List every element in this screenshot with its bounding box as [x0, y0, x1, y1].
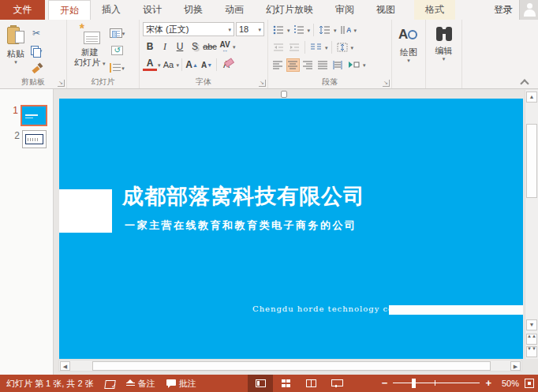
increase-indent-button[interactable] [287, 40, 301, 54]
slide-subtitle[interactable]: 一家主营在线教育和教育类电子商务的公司 [125, 218, 357, 233]
zoom-out-button[interactable]: − [382, 379, 388, 387]
tab-design[interactable]: 设计 [132, 0, 173, 20]
thumbnail-slide-2[interactable]: 2 [10, 130, 47, 148]
spell-check-button[interactable] [105, 379, 115, 388]
slideshow-view-button[interactable] [323, 375, 349, 392]
paste-dropdown-icon[interactable]: ▾ [14, 59, 17, 65]
notes-button[interactable]: 备注 [126, 378, 155, 390]
clipboard-dialog-launcher[interactable]: ↘ [58, 80, 65, 87]
align-center-button[interactable] [286, 58, 300, 72]
font-color-dropdown-icon[interactable]: ▾ [158, 62, 161, 68]
tab-animations[interactable]: 动画 [214, 0, 255, 20]
font-name-dropdown-icon[interactable]: ▾ [228, 27, 231, 32]
convert-smartart-button[interactable] [346, 58, 361, 72]
text-shadow-button[interactable]: S [188, 39, 202, 54]
text-direction-button[interactable]: A [338, 23, 353, 37]
line-spacing-button[interactable] [317, 23, 332, 37]
cut-button[interactable]: ✂ [28, 26, 44, 40]
scroll-left-button[interactable]: ◀ [60, 361, 70, 371]
decorative-white-rectangle[interactable] [59, 189, 112, 233]
next-slide-button[interactable]: ▼▼ [526, 346, 537, 357]
align-text-dropdown-icon[interactable]: ▾ [351, 45, 354, 50]
numbering-dropdown-icon[interactable]: ▾ [308, 28, 311, 33]
format-painter-button[interactable] [28, 61, 44, 75]
paragraph-dialog-launcher[interactable]: ↘ [383, 80, 390, 87]
tab-format[interactable]: 格式 [414, 0, 455, 20]
drawing-dropdown-icon[interactable]: ▾ [407, 58, 410, 63]
copy-button[interactable]: ▾ [28, 43, 44, 58]
tab-view[interactable]: 视图 [365, 0, 406, 20]
columns-dropdown-icon[interactable]: ▾ [325, 45, 328, 50]
resize-handle[interactable] [281, 91, 287, 98]
scroll-up-button[interactable]: ▲ [526, 91, 537, 103]
zoom-level[interactable]: 50% [497, 379, 519, 388]
character-spacing-button[interactable]: AV ↔ [218, 39, 232, 54]
font-dialog-launcher[interactable]: ↘ [259, 80, 266, 87]
reading-view-button[interactable] [298, 375, 323, 392]
layout-dropdown-icon[interactable]: ▾ [122, 31, 125, 36]
reset-button[interactable]: ↺ [110, 43, 125, 58]
numbering-button[interactable] [292, 23, 306, 37]
editing-button[interactable]: 编辑 ▾ [429, 22, 458, 77]
tab-transitions[interactable]: 切换 [173, 0, 214, 20]
drawing-button[interactable]: A 绘图 ▾ [395, 22, 422, 77]
editing-dropdown-icon[interactable]: ▾ [443, 56, 446, 62]
tab-review[interactable]: 审阅 [324, 0, 365, 20]
align-right-button[interactable] [301, 58, 315, 72]
collapse-ribbon-button[interactable] [521, 79, 529, 85]
underline-button[interactable]: U [173, 39, 187, 54]
text-direction-dropdown-icon[interactable]: ▾ [354, 28, 357, 33]
shrink-font-button[interactable]: A▼ [200, 58, 214, 73]
bold-button[interactable]: B [143, 39, 157, 54]
comments-button[interactable]: 批注 [166, 378, 196, 390]
slide-1-preview[interactable] [21, 105, 47, 126]
bullets-dropdown-icon[interactable]: ▾ [287, 28, 290, 33]
font-size-combo[interactable]: 18 ▾ [236, 22, 264, 36]
zoom-slider-thumb[interactable] [412, 379, 416, 388]
tab-insert[interactable]: 插入 [91, 0, 132, 20]
sign-in-button[interactable]: 登录 [488, 0, 519, 20]
zoom-in-button[interactable]: + [485, 379, 491, 387]
align-text-button[interactable] [335, 40, 349, 54]
line-spacing-dropdown-icon[interactable]: ▾ [334, 28, 337, 33]
section-button[interactable]: ▾ [110, 61, 125, 75]
horizontal-scrollbar[interactable]: ◀ ▶ [58, 360, 522, 371]
scroll-down-button[interactable]: ▼ [526, 319, 537, 330]
columns-button[interactable] [308, 40, 323, 54]
tab-slideshow[interactable]: 幻灯片放映 [255, 0, 324, 20]
change-case-button[interactable]: Aa [162, 58, 176, 73]
paste-button[interactable]: 粘贴 ▾ [3, 22, 28, 77]
decorative-white-bar[interactable] [389, 305, 523, 315]
distributed-button[interactable] [331, 58, 345, 72]
clear-formatting-button[interactable]: A [219, 58, 234, 73]
slide-title[interactable]: 成都部落窝科技有限公司 [122, 182, 365, 211]
tab-home[interactable]: 开始 [48, 0, 91, 20]
smartart-dropdown-icon[interactable]: ▾ [363, 62, 366, 68]
user-avatar[interactable] [519, 0, 538, 20]
decrease-indent-button[interactable] [271, 40, 286, 54]
vertical-scroll-thumb[interactable] [526, 124, 537, 198]
align-left-button[interactable] [271, 58, 285, 72]
slide-2-preview[interactable] [22, 130, 47, 148]
spacing-dropdown-icon[interactable]: ▾ [233, 44, 236, 50]
horizontal-scroll-thumb[interactable] [92, 361, 491, 371]
file-tab[interactable]: 文件 [0, 0, 45, 20]
change-case-dropdown-icon[interactable]: ▾ [177, 62, 180, 68]
font-name-combo[interactable]: 宋体 (正文) ▾ [143, 22, 234, 36]
slide-canvas[interactable]: 成都部落窝科技有限公司 一家主营在线教育和教育类电子商务的公司 Chengdu … [59, 99, 523, 359]
new-slide-button[interactable]: * 新建 幻灯片 ▾ [70, 22, 110, 77]
slide-sorter-view-button[interactable] [273, 375, 298, 392]
previous-slide-button[interactable]: ▲▲ [526, 334, 537, 345]
justify-button[interactable] [316, 58, 330, 72]
bullets-button[interactable] [271, 23, 286, 37]
strikethrough-button[interactable]: abc [203, 39, 217, 54]
slide-counter[interactable]: 幻灯片 第 1 张, 共 2 张 [6, 378, 94, 390]
fit-slide-to-window-button[interactable] [525, 379, 534, 388]
zoom-slider[interactable] [393, 375, 480, 392]
grow-font-button[interactable]: A▲ [185, 58, 199, 73]
thumbnail-slide-1[interactable]: 1 [9, 105, 47, 126]
layout-button[interactable]: ▾ [110, 26, 125, 40]
font-color-button[interactable]: A [143, 59, 157, 71]
scroll-right-button[interactable]: ▶ [510, 361, 521, 371]
normal-view-button[interactable] [248, 375, 273, 392]
